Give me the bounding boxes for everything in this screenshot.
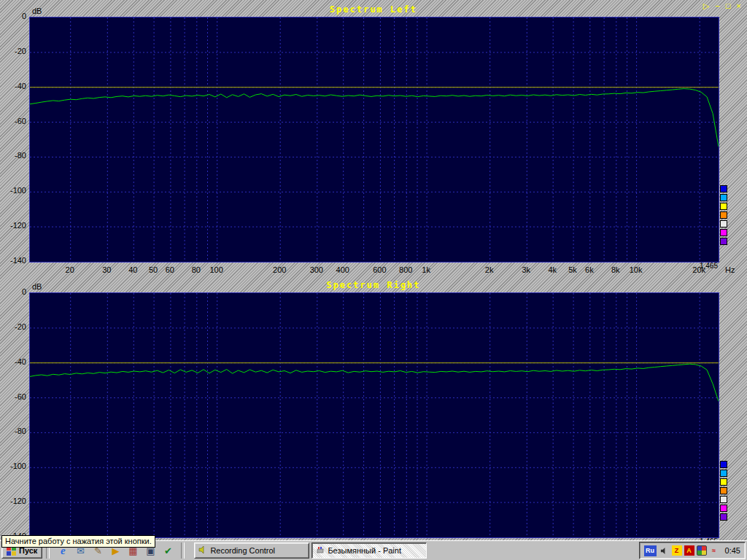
- restore-icon[interactable]: ▷: [703, 1, 709, 10]
- palette-icon[interactable]: [697, 545, 707, 556]
- legend-swatch[interactable]: [720, 487, 727, 494]
- spectrum-right-window: Spectrum Right dB 0-20-40-60-80-100-120-…: [0, 276, 747, 540]
- x-axis-unit-label: Hz: [725, 265, 735, 274]
- y-axis-unit-label: dB: [32, 282, 42, 291]
- y-tick-label: -80: [0, 151, 26, 160]
- y-tick-label: -20: [0, 47, 26, 55]
- panel-title-left: Spectrum Left: [0, 4, 747, 15]
- tray-a-icon[interactable]: A: [684, 545, 694, 556]
- task-button[interactable]: Безымянный - Paint: [311, 542, 427, 559]
- volume-icon[interactable]: [659, 545, 670, 556]
- taskbar-divider: [181, 542, 185, 559]
- x-tick-label: 800: [399, 265, 412, 274]
- spectrum-plot-right: [29, 292, 719, 538]
- task-button-label: Безымянный - Paint: [328, 546, 401, 555]
- x-tick-label: 10k: [630, 265, 643, 274]
- maximize-icon[interactable]: □: [726, 1, 731, 10]
- x-tick-label: 6k: [585, 265, 594, 274]
- close-icon[interactable]: ×: [737, 1, 741, 10]
- speaker-icon: [198, 545, 207, 554]
- x-tick-label: 30: [102, 265, 111, 274]
- x-tick-label: 3k: [522, 265, 530, 274]
- y-tick-label: -140: [0, 256, 26, 265]
- clock[interactable]: 0:45: [725, 546, 740, 555]
- minimize-icon[interactable]: −: [715, 1, 719, 10]
- paint-icon: [316, 545, 325, 554]
- system-tray: Ru ZA≈ 0:45: [639, 542, 746, 559]
- legend-swatch[interactable]: [720, 229, 727, 236]
- legend-swatch[interactable]: [720, 496, 727, 503]
- y-tick-label: -60: [0, 117, 26, 125]
- tray-z-icon[interactable]: Z: [672, 545, 682, 556]
- legend-swatch[interactable]: [720, 238, 727, 245]
- x-tick-label: 2k: [485, 265, 494, 274]
- spectrum-canvas: [30, 293, 719, 537]
- x-tick-label: 20: [66, 265, 74, 274]
- y-tick-label: -40: [0, 357, 26, 366]
- legend-swatch[interactable]: [720, 185, 727, 192]
- task-buttons: Recording ControlБезымянный - Paint: [194, 542, 427, 559]
- startup-tooltip: Начните работу с нажатия этой кнопки.: [1, 535, 155, 548]
- y-tick-label: -100: [0, 462, 26, 470]
- x-tick-label: 4k: [548, 265, 557, 274]
- y-tick-label: -120: [0, 221, 26, 230]
- spectrum-canvas: [30, 18, 719, 262]
- legend-swatch[interactable]: [720, 220, 727, 228]
- x-tick-label: 600: [373, 265, 386, 274]
- legend-swatch[interactable]: [720, 505, 727, 512]
- legend-swatch[interactable]: [720, 203, 727, 210]
- x-tick-label: 300: [310, 265, 323, 274]
- y-tick-label: -80: [0, 427, 26, 435]
- desktop: Spectrum Left ▷ − □ × dB 0-20-40-60-80-1…: [0, 0, 747, 560]
- legend-swatch[interactable]: [720, 478, 727, 486]
- fft-counter: 1,465: [683, 262, 718, 270]
- x-tick-label: 200: [273, 265, 286, 274]
- legend-swatch[interactable]: [720, 470, 727, 477]
- language-indicator[interactable]: Ru: [644, 545, 657, 556]
- x-tick-label: 80: [192, 265, 201, 274]
- task-button-label: Recording Control: [210, 546, 275, 555]
- y-axis-unit-label: dB: [32, 7, 42, 15]
- spectrum-plot-left: [29, 17, 719, 262]
- task-button[interactable]: Recording Control: [194, 542, 309, 559]
- x-tick-label: 1k: [422, 265, 430, 274]
- y-tick-label: -60: [0, 392, 26, 401]
- x-tick-label: 40: [128, 265, 137, 274]
- legend-swatch[interactable]: [720, 194, 727, 201]
- legend-swatch[interactable]: [720, 461, 727, 468]
- x-tick-label: 50: [149, 265, 158, 274]
- x-tick-label: 60: [166, 265, 174, 274]
- legend-swatch[interactable]: [720, 513, 727, 521]
- spectrum-left-window: Spectrum Left ▷ − □ × dB 0-20-40-60-80-1…: [0, 0, 747, 276]
- window-controls: ▷ − □ ×: [703, 1, 741, 10]
- y-tick-label: -20: [0, 322, 26, 331]
- legend-swatch[interactable]: [720, 211, 727, 219]
- x-tick-label: 5k: [568, 265, 577, 274]
- verify-icon[interactable]: ✔: [161, 544, 174, 557]
- x-tick-label: 400: [336, 265, 349, 274]
- y-tick-label: -100: [0, 186, 26, 195]
- y-tick-label: -120: [0, 497, 26, 505]
- panel-title-right: Spectrum Right: [0, 280, 747, 290]
- x-tick-label: 8k: [611, 265, 620, 274]
- x-tick-label: 100: [209, 265, 222, 274]
- wave-icon[interactable]: ≈: [709, 545, 719, 556]
- y-tick-label: -40: [0, 82, 26, 90]
